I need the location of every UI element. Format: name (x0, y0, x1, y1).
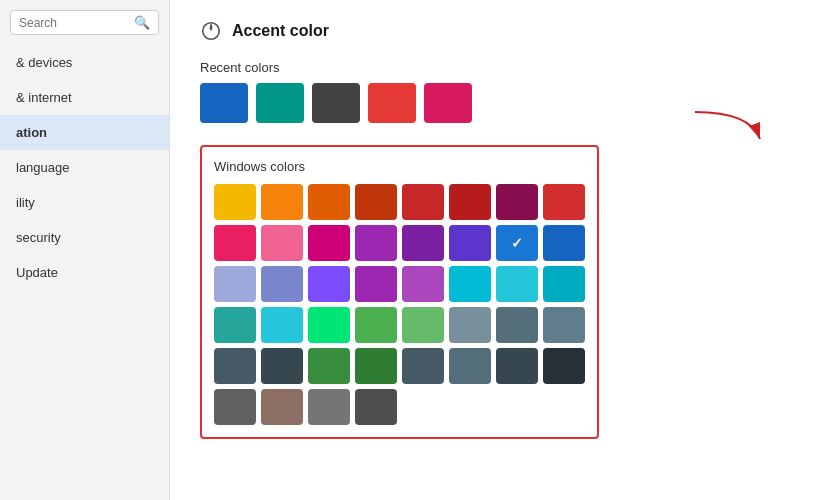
swatch-3-1[interactable] (261, 307, 303, 343)
swatch-4-3[interactable] (355, 348, 397, 384)
swatch-5-0[interactable] (214, 389, 256, 425)
swatch-1-4[interactable] (402, 225, 444, 261)
swatch-1-6[interactable] (496, 225, 538, 261)
swatch-3-2[interactable] (308, 307, 350, 343)
swatch-2-5[interactable] (449, 266, 491, 302)
sidebar-item-accessibility[interactable]: ility (0, 185, 169, 220)
swatch-0-4[interactable] (402, 184, 444, 220)
swatch-1-5[interactable] (449, 225, 491, 261)
sidebar-item-security[interactable]: security (0, 220, 169, 255)
swatch-4-6[interactable] (496, 348, 538, 384)
color-row-1 (214, 225, 585, 261)
windows-colors-container: Windows colors (200, 145, 810, 439)
swatch-2-3[interactable] (355, 266, 397, 302)
swatch-2-7[interactable] (543, 266, 585, 302)
swatch-2-2[interactable] (308, 266, 350, 302)
windows-colors-box: Windows colors (200, 145, 599, 439)
search-input[interactable] (19, 16, 134, 30)
color-row-3 (214, 307, 585, 343)
color-grid (214, 184, 585, 425)
swatch-0-0[interactable] (214, 184, 256, 220)
recent-color-4[interactable] (368, 83, 416, 123)
sidebar-item-update[interactable]: Update (0, 255, 169, 290)
main-content: Accent color Recent colors Windows color… (170, 0, 840, 500)
swatch-4-1[interactable] (261, 348, 303, 384)
swatch-1-2[interactable] (308, 225, 350, 261)
swatch-3-0[interactable] (214, 307, 256, 343)
recent-color-2[interactable] (256, 83, 304, 123)
accent-color-icon (200, 20, 222, 42)
color-row-2 (214, 266, 585, 302)
swatch-5-2[interactable] (308, 389, 350, 425)
arrow-indicator (690, 107, 770, 147)
swatch-5-3[interactable] (355, 389, 397, 425)
swatch-3-4[interactable] (402, 307, 444, 343)
accent-color-header: Accent color (200, 20, 810, 42)
swatch-2-0[interactable] (214, 266, 256, 302)
swatch-1-7[interactable] (543, 225, 585, 261)
swatch-3-5[interactable] (449, 307, 491, 343)
swatch-0-7[interactable] (543, 184, 585, 220)
swatch-4-0[interactable] (214, 348, 256, 384)
swatch-2-6[interactable] (496, 266, 538, 302)
swatch-0-2[interactable] (308, 184, 350, 220)
swatch-4-5[interactable] (449, 348, 491, 384)
accent-color-title: Accent color (232, 22, 329, 40)
swatch-0-1[interactable] (261, 184, 303, 220)
swatch-0-3[interactable] (355, 184, 397, 220)
swatch-0-5[interactable] (449, 184, 491, 220)
swatch-4-4[interactable] (402, 348, 444, 384)
swatch-3-3[interactable] (355, 307, 397, 343)
swatch-3-7[interactable] (543, 307, 585, 343)
swatch-3-6[interactable] (496, 307, 538, 343)
search-icon: 🔍 (134, 15, 150, 30)
color-row-0 (214, 184, 585, 220)
swatch-4-7[interactable] (543, 348, 585, 384)
swatch-1-3[interactable] (355, 225, 397, 261)
recent-color-5[interactable] (424, 83, 472, 123)
color-row-4 (214, 348, 585, 384)
swatch-1-0[interactable] (214, 225, 256, 261)
sidebar-item-language[interactable]: language (0, 150, 169, 185)
sidebar-item-personalization[interactable]: ation (0, 115, 169, 150)
sidebar: 🔍 & devices & internet ation language il… (0, 0, 170, 500)
recent-color-1[interactable] (200, 83, 248, 123)
recent-color-3[interactable] (312, 83, 360, 123)
swatch-4-2[interactable] (308, 348, 350, 384)
windows-colors-label: Windows colors (214, 159, 585, 174)
sidebar-item-internet[interactable]: & internet (0, 80, 169, 115)
swatch-2-1[interactable] (261, 266, 303, 302)
recent-colors-label: Recent colors (200, 60, 810, 75)
swatch-2-4[interactable] (402, 266, 444, 302)
swatch-5-1[interactable] (261, 389, 303, 425)
search-bar[interactable]: 🔍 (10, 10, 159, 35)
swatch-0-6[interactable] (496, 184, 538, 220)
sidebar-item-devices[interactable]: & devices (0, 45, 169, 80)
swatch-1-1[interactable] (261, 225, 303, 261)
color-row-5 (214, 389, 585, 425)
